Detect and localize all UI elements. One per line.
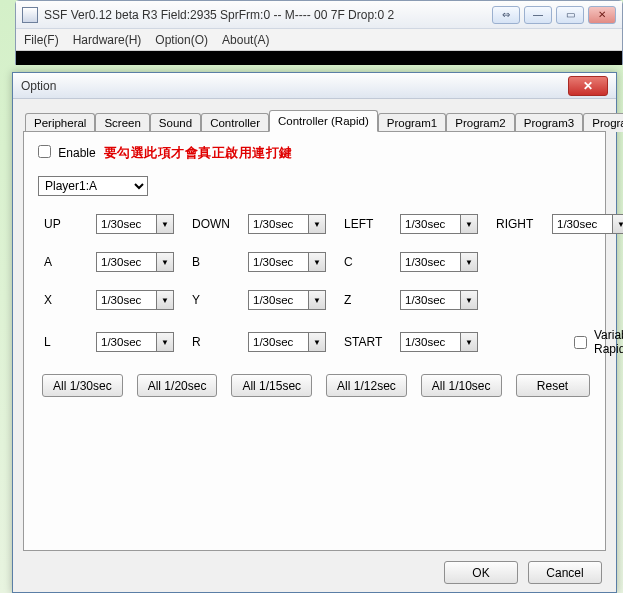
rate-up[interactable]: 1/30sec▼ xyxy=(96,214,174,234)
rate-right[interactable]: 1/30sec▼ xyxy=(552,214,623,234)
label-z: Z xyxy=(344,293,394,307)
label-right: RIGHT xyxy=(496,217,546,231)
option-dialog: Option ✕ Peripheral Screen Sound Control… xyxy=(12,72,617,593)
label-start: START xyxy=(344,335,394,349)
rate-y[interactable]: 1/30sec▼ xyxy=(248,290,326,310)
cancel-button[interactable]: Cancel xyxy=(528,561,602,584)
menu-bar: File(F) Hardware(H) Option(O) About(A) xyxy=(16,29,622,51)
chevron-down-icon: ▼ xyxy=(308,333,325,351)
rate-z[interactable]: 1/30sec▼ xyxy=(400,290,478,310)
tab-panel-controller-rapid: Enable 要勾選此項才會真正啟用連打鍵 Player1:A UP 1/30s… xyxy=(23,131,606,551)
rate-down[interactable]: 1/30sec▼ xyxy=(248,214,326,234)
chevron-down-icon: ▼ xyxy=(460,215,477,233)
chevron-down-icon: ▼ xyxy=(460,333,477,351)
label-r: R xyxy=(192,335,242,349)
tab-controller[interactable]: Controller xyxy=(201,113,269,132)
menu-hardware[interactable]: Hardware(H) xyxy=(73,33,142,47)
label-y: Y xyxy=(192,293,242,307)
menu-file[interactable]: File(F) xyxy=(24,33,59,47)
option-title: Option xyxy=(21,79,56,93)
close-button[interactable]: ✕ xyxy=(588,6,616,24)
rate-a[interactable]: 1/30sec▼ xyxy=(96,252,174,272)
preset-all-1-15[interactable]: All 1/15sec xyxy=(231,374,312,397)
rate-l[interactable]: 1/30sec▼ xyxy=(96,332,174,352)
main-app-window: SSF Ver0.12 beta R3 Field:2935 SprFrm:0 … xyxy=(15,0,623,65)
main-client-area xyxy=(16,51,622,65)
tab-strip: Peripheral Screen Sound Controller Contr… xyxy=(23,109,606,131)
option-titlebar: Option ✕ xyxy=(13,73,616,99)
label-c: C xyxy=(344,255,394,269)
app-icon xyxy=(22,7,38,23)
label-up: UP xyxy=(44,217,90,231)
label-l: L xyxy=(44,335,90,349)
chevron-down-icon: ▼ xyxy=(156,253,173,271)
label-x: X xyxy=(44,293,90,307)
rate-x[interactable]: 1/30sec▼ xyxy=(96,290,174,310)
chevron-down-icon: ▼ xyxy=(156,215,173,233)
chevron-down-icon: ▼ xyxy=(308,215,325,233)
menu-option[interactable]: Option(O) xyxy=(155,33,208,47)
tab-program1[interactable]: Program1 xyxy=(378,113,447,132)
chevron-down-icon: ▼ xyxy=(460,291,477,309)
variable-rapid-label[interactable]: Variable Rapid xyxy=(570,328,623,356)
minimize-button[interactable]: — xyxy=(524,6,552,24)
chevron-down-icon: ▼ xyxy=(308,291,325,309)
tab-program3[interactable]: Program3 xyxy=(515,113,584,132)
popout-button[interactable]: ⇔ xyxy=(492,6,520,24)
tab-sound[interactable]: Sound xyxy=(150,113,201,132)
chevron-down-icon: ▼ xyxy=(308,253,325,271)
maximize-button[interactable]: ▭ xyxy=(556,6,584,24)
chevron-down-icon: ▼ xyxy=(156,333,173,351)
enable-checkbox-label[interactable]: Enable xyxy=(38,145,96,161)
rate-b[interactable]: 1/30sec▼ xyxy=(248,252,326,272)
enable-hint-text: 要勾選此項才會真正啟用連打鍵 xyxy=(104,144,293,162)
label-down: DOWN xyxy=(192,217,242,231)
tab-peripheral[interactable]: Peripheral xyxy=(25,113,95,132)
option-close-button[interactable]: ✕ xyxy=(568,76,608,96)
chevron-down-icon: ▼ xyxy=(156,291,173,309)
tab-controller-rapid[interactable]: Controller (Rapid) xyxy=(269,110,378,132)
rate-c[interactable]: 1/30sec▼ xyxy=(400,252,478,272)
preset-all-1-20[interactable]: All 1/20sec xyxy=(137,374,218,397)
preset-all-1-12[interactable]: All 1/12sec xyxy=(326,374,407,397)
tab-program2[interactable]: Program2 xyxy=(446,113,515,132)
rate-start[interactable]: 1/30sec▼ xyxy=(400,332,478,352)
preset-all-1-10[interactable]: All 1/10sec xyxy=(421,374,502,397)
label-left: LEFT xyxy=(344,217,394,231)
player-select[interactable]: Player1:A xyxy=(38,176,148,196)
label-b: B xyxy=(192,255,242,269)
tab-program4[interactable]: Program4 xyxy=(583,113,623,132)
preset-all-1-30[interactable]: All 1/30sec xyxy=(42,374,123,397)
enable-checkbox[interactable] xyxy=(38,145,51,158)
main-titlebar: SSF Ver0.12 beta R3 Field:2935 SprFrm:0 … xyxy=(16,1,622,29)
rate-r[interactable]: 1/30sec▼ xyxy=(248,332,326,352)
label-a: A xyxy=(44,255,90,269)
chevron-down-icon: ▼ xyxy=(612,215,623,233)
variable-rapid-checkbox[interactable] xyxy=(574,336,587,349)
chevron-down-icon: ▼ xyxy=(460,253,477,271)
reset-button[interactable]: Reset xyxy=(516,374,590,397)
tab-screen[interactable]: Screen xyxy=(95,113,149,132)
rate-left[interactable]: 1/30sec▼ xyxy=(400,214,478,234)
ok-button[interactable]: OK xyxy=(444,561,518,584)
menu-about[interactable]: About(A) xyxy=(222,33,269,47)
main-title: SSF Ver0.12 beta R3 Field:2935 SprFrm:0 … xyxy=(44,8,488,22)
